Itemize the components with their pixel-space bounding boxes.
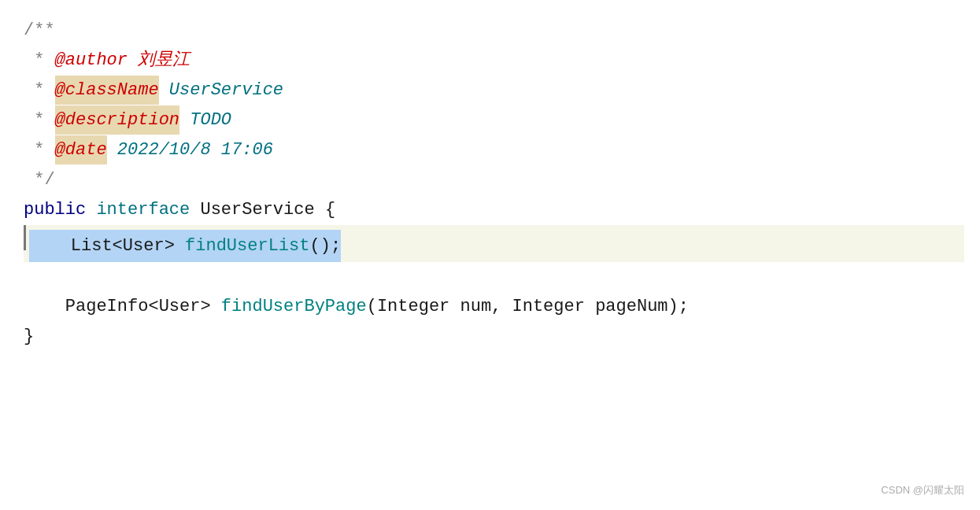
code-line-4: * @description TODO xyxy=(24,105,964,135)
comment-text: /** xyxy=(24,16,55,45)
author-value: 刘昱江 xyxy=(138,46,190,75)
code-line-11: } xyxy=(24,322,964,352)
star-3: * xyxy=(24,76,55,105)
code-line-6: */ xyxy=(24,165,964,195)
star-5: * xyxy=(24,135,55,164)
pageinfo-type: PageInfo<User> xyxy=(24,292,221,321)
star-4: * xyxy=(24,105,55,135)
description-value: TODO xyxy=(179,105,231,135)
class-name: UserService { xyxy=(200,195,335,224)
code-line-9 xyxy=(24,262,964,292)
cursor-bar xyxy=(24,225,26,250)
date-value: 2022/10/8 17:06 xyxy=(107,135,273,164)
keyword-public: public xyxy=(24,195,96,224)
classname-annotation: @className xyxy=(55,76,159,105)
blank-line xyxy=(24,262,34,291)
description-annotation: @description xyxy=(55,105,179,135)
classname-value: UserService xyxy=(159,76,283,105)
code-line-10: PageInfo<User> findUserByPage(Integer nu… xyxy=(24,292,964,322)
method-parens: (); xyxy=(309,236,341,256)
code-line-8[interactable]: List<User> findUserList(); xyxy=(24,225,964,262)
code-line-5: * @date 2022/10/8 17:06 xyxy=(24,135,964,165)
code-line-7: public interface UserService { xyxy=(24,195,964,225)
closing-brace: } xyxy=(24,322,34,351)
keyword-interface: interface xyxy=(96,195,200,224)
date-annotation: @date xyxy=(55,135,107,164)
watermark: CSDN @闪耀太阳 xyxy=(881,482,964,499)
author-annotation: @author xyxy=(55,46,128,75)
code-editor: /** * @author 刘昱江 * @className UserServi… xyxy=(0,0,980,510)
findbypage-method: findUserByPage xyxy=(221,292,367,321)
code-line-1: /** xyxy=(24,16,964,46)
code-line-2: * @author 刘昱江 xyxy=(24,46,964,76)
comment-end: */ xyxy=(24,165,55,194)
findbypage-params: (Integer num, Integer pageNum); xyxy=(367,292,689,321)
author-space xyxy=(128,46,138,75)
list-type: List<User> xyxy=(29,236,185,256)
selected-code: List<User> findUserList(); xyxy=(29,230,341,262)
comment-star: * xyxy=(24,46,55,75)
code-line-3: * @className UserService xyxy=(24,76,964,105)
method-name: findUserList xyxy=(185,236,309,256)
